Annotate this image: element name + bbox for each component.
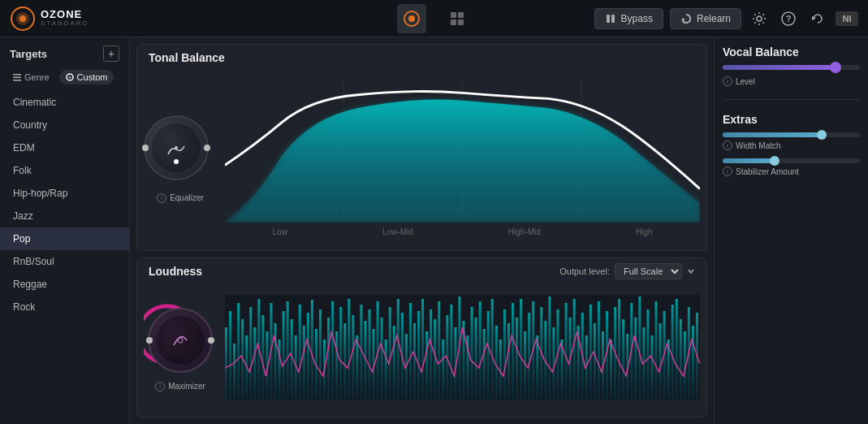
relearn-button[interactable]: Relearn (670, 8, 741, 29)
maximizer-knob[interactable] (148, 308, 213, 373)
svg-rect-118 (589, 305, 592, 400)
svg-rect-41 (274, 323, 277, 400)
tonal-balance-body: i Equalizer (137, 67, 706, 250)
svg-rect-52 (319, 309, 322, 400)
nav-grid-button[interactable] (443, 4, 472, 33)
equalizer-knob[interactable] (144, 115, 209, 180)
svg-rect-64 (369, 309, 371, 400)
bypass-button[interactable]: Bypass (594, 8, 663, 29)
svg-rect-70 (393, 326, 395, 400)
svg-rect-114 (573, 299, 576, 400)
sidebar-item-edm[interactable]: EDM (0, 136, 129, 159)
svg-rect-99 (512, 303, 514, 400)
equalizer-knob-container[interactable] (144, 115, 217, 188)
svg-rect-134 (655, 301, 658, 400)
equalizer-info-icon[interactable]: i (157, 193, 166, 203)
svg-rect-129 (634, 318, 637, 400)
tonal-chart (225, 80, 700, 226)
svg-rect-5 (451, 12, 456, 18)
stabilizer-thumb[interactable] (770, 156, 779, 166)
svg-rect-50 (311, 300, 313, 400)
eq-knob-handle-right[interactable] (204, 145, 210, 151)
genre-tab[interactable]: Genre (6, 70, 56, 84)
svg-rect-56 (335, 331, 338, 400)
loudness-chart (225, 295, 700, 400)
ni-logo-button[interactable]: NI (836, 7, 858, 30)
logo-ozone: OZONE (41, 9, 89, 20)
genre-tab-label: Genre (24, 72, 50, 82)
stabilizer-info-icon[interactable]: i (723, 167, 732, 176)
svg-rect-32 (237, 303, 240, 400)
sidebar-item-reggae[interactable]: Reggae (0, 273, 129, 296)
help-button[interactable]: ? (777, 7, 800, 30)
add-target-button[interactable]: + (103, 45, 119, 62)
maximizer-handle-right[interactable] (208, 337, 214, 344)
maximizer-info-icon[interactable]: i (155, 382, 165, 392)
svg-rect-84 (450, 305, 452, 400)
stabilizer-label: i Stabilizer Amount (723, 167, 860, 176)
svg-rect-30 (229, 311, 231, 400)
custom-tab[interactable]: + Custom (59, 70, 114, 84)
svg-rect-49 (307, 313, 309, 400)
svg-rect-38 (261, 315, 264, 400)
svg-rect-75 (413, 323, 416, 400)
sidebar: Targets + Genre + Custom (0, 37, 130, 424)
svg-rect-58 (343, 323, 346, 400)
svg-rect-82 (442, 340, 444, 400)
eq-knob-handle-left[interactable] (142, 145, 149, 151)
sidebar-item-rnbsoul[interactable]: RnB/Soul (0, 250, 129, 273)
svg-rect-95 (495, 326, 498, 400)
svg-point-4 (408, 15, 415, 22)
undo-button[interactable] (806, 7, 829, 30)
svg-rect-143 (692, 326, 694, 400)
svg-rect-101 (520, 299, 522, 400)
svg-rect-68 (385, 340, 387, 400)
svg-rect-120 (598, 301, 600, 400)
sidebar-item-rock[interactable]: Rock (0, 296, 129, 318)
svg-rect-90 (475, 318, 477, 400)
svg-rect-44 (287, 301, 289, 400)
level-slider-fill (723, 65, 836, 70)
sidebar-tabs: Genre + Custom (0, 67, 129, 88)
right-panel: Vocal Balance i Level Extras (714, 37, 868, 424)
svg-rect-36 (253, 327, 256, 400)
nav-home-button[interactable] (397, 4, 426, 33)
level-slider-track[interactable] (723, 65, 860, 70)
svg-rect-112 (565, 303, 568, 400)
sidebar-item-jazz[interactable]: Jazz (0, 205, 129, 227)
sidebar-item-pop[interactable]: Pop (0, 227, 129, 250)
svg-rect-138 (672, 305, 674, 400)
maximizer-knob-container[interactable] (144, 304, 217, 377)
stabilizer-track[interactable] (723, 158, 860, 163)
output-level-label: Output level: (559, 266, 610, 276)
sidebar-item-folk[interactable]: Folk (0, 159, 129, 182)
sidebar-item-hiphop[interactable]: Hip-hop/Rap (0, 182, 129, 205)
settings-button[interactable] (748, 7, 771, 30)
svg-rect-8 (458, 19, 464, 25)
level-info-icon[interactable]: i (723, 76, 732, 86)
width-match-info-icon[interactable]: i (723, 141, 732, 150)
svg-rect-6 (458, 12, 464, 18)
level-slider-label: i Level (723, 76, 860, 86)
loudness-header: Loudness Output level: Full Scale -14 LU… (137, 258, 706, 284)
output-level-select[interactable]: Full Scale -14 LUFS -16 LUFS (615, 263, 682, 279)
home-circle-icon (403, 10, 421, 28)
top-bar-left: OZONE STANDARD (10, 6, 89, 32)
svg-rect-123 (610, 340, 612, 400)
bypass-icon (605, 13, 616, 24)
level-slider-thumb[interactable] (830, 62, 841, 73)
extras-title: Extras (723, 113, 860, 126)
maximizer-handle-left[interactable] (146, 337, 153, 344)
width-match-track[interactable] (723, 132, 860, 137)
relearn-icon (680, 13, 692, 24)
logo-area: OZONE STANDARD (10, 6, 89, 32)
output-level-control: Output level: Full Scale -14 LUFS -16 LU… (559, 263, 695, 279)
svg-rect-42 (279, 340, 281, 400)
loudness-panel: Loudness Output level: Full Scale -14 LU… (136, 257, 707, 418)
help-icon: ? (781, 11, 796, 26)
width-match-thumb[interactable] (817, 130, 827, 140)
sidebar-item-cinematic[interactable]: Cinematic (0, 91, 129, 114)
sidebar-item-country[interactable]: Country (0, 114, 129, 136)
svg-point-2 (19, 15, 26, 22)
svg-rect-126 (622, 319, 624, 400)
